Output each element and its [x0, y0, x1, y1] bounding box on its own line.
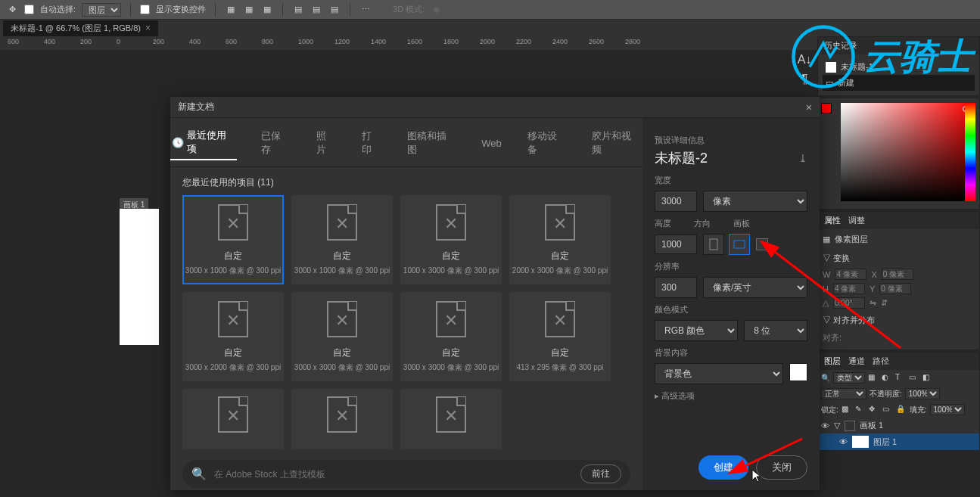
layer-row[interactable]: 👁 图层 1 [818, 433, 979, 450]
tab-paths[interactable]: 路径 [873, 356, 889, 367]
preset-card[interactable]: ✕自定2000 x 3000 像素 @ 300 ppi [509, 195, 611, 284]
align-top-icon[interactable]: ▤ [292, 4, 304, 16]
advanced-toggle[interactable]: ▸ 高级选项 [655, 384, 807, 408]
y-input[interactable] [879, 283, 911, 294]
filter-shape-icon[interactable]: ▭ [909, 373, 919, 384]
portrait-button[interactable] [703, 234, 724, 255]
preset-card[interactable]: ✕自定3000 x 1000 像素 @ 300 ppi [291, 195, 393, 284]
layer-row-artboard[interactable]: 👁 ▽ 画板 1 [818, 418, 979, 433]
svg-rect-0 [710, 239, 717, 250]
category-tab[interactable]: 胶片和视频 [590, 126, 642, 160]
lock-artboard-icon[interactable]: ▭ [882, 405, 893, 415]
lock-pixel-icon[interactable]: ✎ [855, 405, 866, 415]
filter-adjust-icon[interactable]: ◐ [882, 373, 892, 384]
auto-select-checkbox[interactable] [24, 5, 34, 14]
foreground-swatch[interactable] [821, 103, 832, 113]
stock-search-bar: 🔍 前往 [182, 460, 630, 488]
height-input[interactable] [655, 235, 697, 254]
save-preset-icon[interactable]: ⤓ [798, 152, 807, 164]
preset-card[interactable]: ✕ [291, 389, 393, 449]
preset-card[interactable]: ✕ [182, 389, 284, 449]
category-tab[interactable]: 照片 [315, 126, 338, 160]
colormode-select[interactable]: RGB 颜色 [655, 320, 738, 341]
category-tab[interactable]: 已保存 [260, 126, 292, 160]
lock-transparent-icon[interactable]: ▩ [842, 405, 852, 415]
x-input[interactable] [882, 269, 913, 280]
history-item[interactable]: 未标题-1 [823, 59, 975, 75]
filter-pixel-icon[interactable]: ▦ [868, 373, 879, 384]
artboard-checkbox[interactable] [756, 238, 768, 250]
preset-card[interactable]: ✕自定3000 x 1000 像素 @ 300 ppi [182, 195, 284, 284]
opacity-value[interactable]: 100% [905, 388, 940, 399]
colordepth-select[interactable]: 8 位 [744, 320, 807, 341]
flip-v-icon[interactable]: ⇵ [881, 298, 888, 308]
lock-all-icon[interactable]: 🔒 [896, 405, 907, 415]
preset-card[interactable]: ✕自定3000 x 3000 像素 @ 300 ppi [400, 292, 502, 381]
fill-value[interactable]: 100% [930, 404, 965, 415]
stock-go-button[interactable]: 前往 [580, 464, 621, 483]
distribute-icon[interactable]: ⋯ [359, 4, 372, 16]
stock-search-input[interactable] [214, 469, 573, 480]
width-unit[interactable]: 像素 [703, 191, 807, 212]
tab-properties[interactable]: 属性 [824, 215, 841, 226]
auto-select-dropdown[interactable]: 图层 [82, 3, 121, 17]
resolution-unit[interactable]: 像素/英寸 [703, 277, 807, 298]
width-input[interactable] [835, 269, 866, 280]
document-tab[interactable]: 未标题-1 @ 66.7% (图层 1, RGB/8) × [3, 20, 158, 36]
preset-name[interactable]: 未标题-2 [655, 149, 708, 167]
paragraph-icon[interactable]: ¶ [801, 73, 808, 86]
category-tabs: 🕓最近使用项已保存照片打印图稿和插图Web移动设备胶片和视频 [170, 118, 642, 167]
height-input[interactable] [833, 283, 865, 294]
width-label: 宽度 [655, 175, 807, 186]
category-tab[interactable]: 打印 [360, 126, 383, 160]
filter-kind[interactable]: 类型 [833, 372, 865, 384]
preset-card[interactable]: ✕自定3000 x 2000 像素 @ 300 ppi [182, 292, 284, 381]
angle-input[interactable] [833, 297, 865, 309]
category-tab[interactable]: 图稿和插图 [406, 126, 458, 160]
eye-icon[interactable]: 👁 [839, 437, 848, 446]
resolution-input[interactable] [655, 277, 697, 298]
bg-color-swatch[interactable] [789, 363, 807, 381]
hue-slider[interactable] [965, 103, 975, 201]
transform-section[interactable]: 变换 [833, 253, 850, 262]
chevron-down-icon[interactable]: ▽ [834, 421, 840, 430]
filter-type-icon[interactable]: T [895, 373, 906, 384]
category-tab[interactable]: Web [480, 126, 503, 160]
type-icon[interactable]: A↓ [798, 53, 812, 67]
search-icon: 🔍 [191, 467, 207, 481]
create-button[interactable]: 创建 [698, 455, 748, 480]
flip-h-icon[interactable]: ⇋ [870, 298, 876, 308]
show-transform-label: 显示变换控件 [156, 4, 206, 15]
align-middle-icon[interactable]: ▤ [310, 4, 322, 16]
close-button[interactable]: 关闭 [756, 455, 807, 480]
align-center-icon[interactable]: ▦ [243, 4, 255, 16]
category-tab[interactable]: 🕓最近使用项 [170, 126, 237, 160]
landscape-button[interactable] [729, 234, 750, 255]
preset-card[interactable]: ✕自定1000 x 3000 像素 @ 300 ppi [400, 195, 502, 284]
width-input[interactable] [655, 191, 697, 212]
right-panel-stack: 历史记录 未标题-1 ▭新建 属性调整 ▦像素图层 ▽ 变换 WX HY △⇋⇵… [817, 36, 980, 452]
filter-smart-icon[interactable]: ◧ [922, 373, 933, 384]
bg-select[interactable]: 背景色 [655, 363, 783, 384]
color-picker[interactable] [841, 103, 973, 201]
align-left-icon[interactable]: ▦ [225, 4, 237, 16]
blend-mode[interactable]: 正常 [821, 388, 866, 399]
filter-icon[interactable]: 🔍 [821, 374, 830, 382]
artboard[interactable] [120, 209, 159, 345]
align-section[interactable]: 对齐并分布 [833, 315, 875, 325]
eye-icon[interactable]: 👁 [821, 421, 829, 430]
close-icon[interactable]: × [145, 23, 151, 33]
preset-card[interactable]: ✕ [400, 389, 502, 449]
show-transform-checkbox[interactable] [140, 5, 150, 14]
close-icon[interactable]: × [806, 101, 812, 113]
tab-channels[interactable]: 通道 [848, 356, 865, 367]
align-right-icon[interactable]: ▦ [261, 4, 273, 16]
history-item[interactable]: ▭新建 [823, 75, 975, 91]
tab-adjust[interactable]: 调整 [848, 215, 865, 226]
preset-card[interactable]: ✕自定413 x 295 像素 @ 300 ppi [509, 292, 611, 381]
lock-position-icon[interactable]: ✥ [869, 405, 879, 415]
align-bottom-icon[interactable]: ▤ [328, 4, 341, 16]
category-tab[interactable]: 移动设备 [526, 126, 568, 160]
tab-layers[interactable]: 图层 [824, 356, 841, 367]
preset-card[interactable]: ✕自定3000 x 3000 像素 @ 300 ppi [291, 292, 393, 381]
